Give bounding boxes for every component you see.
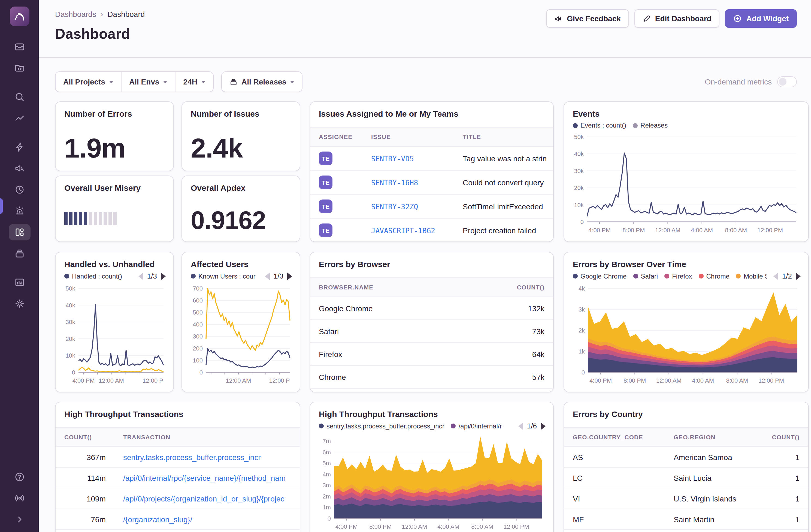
sidebar-item-search[interactable] — [9, 89, 30, 105]
column-header[interactable]: COUNT() — [56, 434, 114, 440]
sidebar-item-whats-new[interactable] — [9, 490, 30, 506]
transaction-link[interactable]: /{organization_slug}/ — [123, 515, 193, 523]
svg-text:8:00 PM: 8:00 PM — [624, 377, 646, 384]
sidebar-item-releases[interactable] — [9, 245, 30, 262]
avatar[interactable]: TE — [319, 224, 333, 237]
sidebar-item-projects[interactable] — [9, 60, 30, 76]
transaction-link[interactable]: /api/0/internal/rpc/{service_name}/{meth… — [123, 473, 286, 482]
assignee-cell: TE — [310, 176, 363, 189]
svg-text:4:00 AM: 4:00 AM — [692, 377, 714, 384]
column-header[interactable]: COUNT() — [756, 434, 808, 440]
edit-dashboard-button[interactable]: Edit Dashboard — [634, 9, 720, 28]
issue-link[interactable]: JAVASCRIPT-1BG2 — [371, 227, 435, 235]
projects-icon — [14, 63, 25, 74]
releases-archive-icon — [14, 248, 25, 259]
sidebar-collapse-button[interactable] — [9, 511, 30, 528]
column-header[interactable]: TRANSACTION — [114, 434, 300, 440]
widget-title: Number of Issues — [182, 102, 300, 118]
issue-link[interactable]: SENTRY-VD5 — [371, 154, 414, 163]
widget-title: Errors by Browser Over Time — [564, 253, 808, 269]
high-throughput-stacked-chart[interactable]: 01m2m3m4m5m6m7m4:00 PM8:00 PM12:00 AM4:0… — [317, 437, 547, 532]
svg-text:12:00 AM: 12:00 AM — [656, 377, 682, 384]
column-header[interactable]: ASSIGNEE — [310, 134, 363, 140]
column-header[interactable]: GEO.REGION — [665, 434, 756, 440]
legend-item[interactable]: sentry.tasks.process_buffer.process_incr — [319, 422, 444, 430]
issue-title-cell: SoftTimeLimitExceeded — [454, 202, 553, 211]
sidebar-item-stats[interactable] — [9, 274, 30, 290]
chevron-down-icon — [109, 81, 113, 83]
transaction-link[interactable]: sentry.tasks.process_buffer.process_incr — [123, 453, 261, 461]
svg-text:12:00 AM: 12:00 AM — [99, 377, 124, 384]
avatar[interactable]: TE — [319, 199, 333, 213]
pagination-next-icon[interactable] — [287, 272, 292, 280]
legend-item[interactable]: /api/0/internal/r — [451, 422, 502, 430]
errors-by-browser-stacked-chart[interactable]: 01k2k3k4k4:00 PM8:00 PM12:00 AM4:00 AM8:… — [571, 284, 802, 386]
sidebar-item-help[interactable] — [9, 469, 30, 485]
column-header[interactable]: GEO.COUNTRY_CODE — [564, 434, 665, 440]
pagination-prev-icon[interactable] — [774, 272, 778, 280]
events-line-chart[interactable]: 010k20k30k40k50k4:00 PM8:00 PM12:00 AM4:… — [571, 133, 801, 236]
widget-events: Events Events : count()Releases 010k20k3… — [564, 101, 809, 242]
project-filter[interactable]: All Projects — [56, 72, 121, 92]
breadcrumb-dashboards[interactable]: Dashboards — [55, 10, 96, 18]
legend-item[interactable]: Chrome — [699, 272, 730, 280]
sidebar-item-alerts[interactable] — [9, 203, 30, 219]
legend-item[interactable]: Mobile S — [736, 272, 767, 280]
column-header[interactable]: TITLE — [454, 134, 553, 140]
legend-item[interactable]: Handled : count() — [64, 272, 122, 280]
issues-icon — [14, 42, 25, 52]
sidebar-item-performance[interactable] — [9, 139, 30, 155]
issue-link[interactable]: SENTRY-32ZQ — [371, 202, 418, 211]
page-title: Dashboard — [55, 26, 130, 43]
region-cell: U.S. Virgin Islands — [665, 494, 756, 503]
add-widget-button[interactable]: Add Widget — [725, 9, 797, 28]
pagination-next-icon[interactable] — [796, 272, 801, 280]
count-cell: 64k — [488, 350, 553, 359]
table-row: Google Chrome132k — [310, 297, 553, 320]
count-cell: 1 — [756, 494, 808, 503]
legend-item[interactable]: Releases — [633, 122, 668, 129]
legend-item[interactable]: Events : count() — [573, 122, 626, 129]
sidebar-item-feedback[interactable] — [9, 160, 30, 177]
avatar[interactable]: TE — [319, 152, 333, 165]
svg-text:1k: 1k — [579, 348, 585, 355]
sidebar-item-dashboards[interactable] — [9, 224, 30, 240]
column-header[interactable]: COUNT() — [488, 284, 553, 290]
sidebar-item-replays[interactable] — [9, 182, 30, 198]
affected-users-line-chart[interactable]: 010020030040050060070012:00 AM12:00 P — [188, 284, 294, 386]
transaction-cell: /api/0/projects/{organization_id_or_slug… — [114, 494, 300, 503]
pagination-next-icon[interactable] — [161, 272, 166, 280]
date-range-filter[interactable]: 24H — [175, 72, 213, 92]
give-feedback-button[interactable]: Give Feedback — [546, 9, 629, 28]
misery-bar-segment — [104, 212, 107, 225]
legend-item[interactable]: Firefox — [664, 272, 692, 280]
svg-text:12:00 PM: 12:00 PM — [757, 227, 783, 233]
avatar[interactable]: TE — [319, 176, 333, 189]
pagination-prev-icon[interactable] — [138, 272, 143, 280]
handled-line-chart[interactable]: 010k20k30k40k50k4:00 PM12:00 AM12:00 P — [62, 284, 168, 386]
legend-item[interactable]: Known Users : cour — [191, 272, 255, 280]
stats-icon — [14, 277, 25, 288]
issue-link[interactable]: SENTRY-16H8 — [371, 179, 418, 187]
sidebar-item-discover[interactable] — [9, 110, 30, 126]
pagination-next-icon[interactable] — [541, 422, 546, 430]
misery-bar-segment — [99, 212, 102, 225]
pagination-label: 1/6 — [527, 422, 537, 430]
svg-text:200: 200 — [193, 345, 203, 352]
environment-filter[interactable]: All Envs — [121, 72, 175, 92]
pagination-prev-icon[interactable] — [518, 422, 523, 430]
region-cell: American Samoa — [665, 453, 756, 461]
sidebar-item-issues[interactable] — [9, 39, 30, 55]
pagination-prev-icon[interactable] — [265, 272, 270, 280]
transaction-link[interactable]: /api/0/projects/{organization_id_or_slug… — [123, 494, 285, 503]
release-filter[interactable]: All Releases — [222, 72, 302, 92]
sidebar-item-settings[interactable] — [9, 295, 30, 312]
legend-item[interactable]: Safari — [633, 272, 658, 280]
sidebar-item-home[interactable] — [10, 6, 29, 26]
table-row: MFSaint Martin1 — [564, 509, 808, 530]
column-header[interactable]: BROWSER.NAME — [310, 284, 488, 290]
legend-item[interactable]: Google Chrome — [573, 272, 627, 280]
column-header[interactable]: ISSUE — [363, 134, 454, 140]
widget-errors-by-browser: Errors by Browser BROWSER.NAMECOUNT()Goo… — [309, 252, 554, 393]
ondemand-metrics-toggle[interactable] — [777, 76, 797, 87]
